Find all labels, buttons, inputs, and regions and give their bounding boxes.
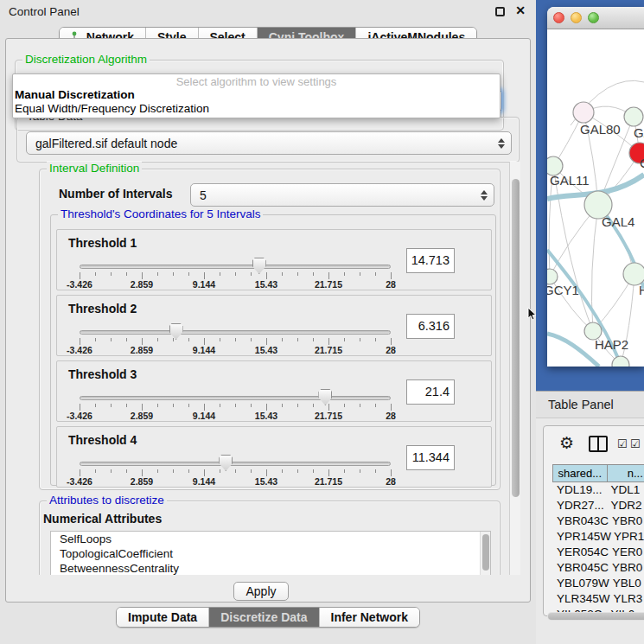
network-node[interactable] — [624, 107, 643, 126]
threshold-value-field[interactable]: 21.4 — [406, 379, 455, 405]
cell-name: YBL0 — [609, 576, 644, 591]
table-header-row: shared...n... — [552, 464, 644, 482]
threshold-value-field[interactable]: 6.316 — [406, 314, 455, 339]
panel-vertical-scrollbar[interactable] — [509, 162, 520, 575]
minimize-traffic-icon[interactable] — [571, 12, 582, 23]
number-of-intervals-value: 5 — [200, 188, 207, 202]
tick-label: 9.144 — [178, 279, 230, 290]
control-panel-titlebar: Control Panel ✕ — [0, 0, 536, 24]
table-row[interactable]: YDL19...YDL1 — [552, 482, 644, 498]
node-label: GAL11 — [550, 173, 590, 188]
tick-label: 21.715 — [303, 411, 354, 421]
node-label: H — [639, 283, 644, 297]
table-row[interactable]: YER054CYER0 — [552, 545, 644, 560]
slider-track[interactable] — [80, 265, 391, 269]
node-label: GCY1 — [547, 283, 579, 297]
gear-icon[interactable]: ⚙ — [559, 433, 574, 453]
popup-item[interactable]: Manual Discretization — [13, 88, 500, 102]
network-canvas[interactable]: GAL80GACGAL11GAL4GCY1HHAP2 — [547, 29, 644, 367]
cell-shared-name: YDL19... — [552, 482, 608, 498]
float-window-icon[interactable] — [495, 7, 505, 16]
combo-stepper-icon — [498, 138, 505, 149]
network-node[interactable] — [612, 356, 629, 367]
attribute-list-item[interactable]: TopologicalCoefficient — [51, 546, 490, 561]
threshold-value-field[interactable]: 11.344 — [406, 445, 455, 470]
attribute-list-item[interactable]: BetweennessCentrality — [51, 561, 490, 575]
cell-shared-name: YLR345W — [552, 591, 610, 607]
settings-scroll-viewport: Interval Definition Number of Intervals … — [10, 162, 507, 575]
tick-label: 9.144 — [178, 411, 230, 421]
node-label: GAL80 — [580, 122, 621, 137]
network-node[interactable] — [573, 102, 594, 123]
numerical-attributes-list[interactable]: SelfLoopsTopologicalCoefficientBetweenne… — [50, 531, 491, 575]
right-side: GAL80GACGAL11GAL4GCY1HHAP2 Table Panel ⚙… — [536, 0, 644, 644]
table-panel-body: ⚙ ☑ ☑ shared...n... YDL19...YDL1YDR27...… — [536, 418, 644, 644]
slider-track[interactable] — [80, 462, 391, 466]
zoom-traffic-icon[interactable] — [588, 12, 599, 23]
apply-button[interactable]: Apply — [233, 582, 289, 601]
threshold-value-field[interactable]: 14.713 — [406, 248, 455, 273]
cell-name: YDR2 — [608, 498, 644, 513]
table-row[interactable]: YBR043CYBR0 — [552, 513, 644, 529]
interval-definition-title: Interval Definition — [47, 162, 142, 175]
threshold-card: Threshold 4-3.4262.8599.14415.4321.71528… — [56, 426, 492, 488]
table-toolbar: ⚙ ☑ ☑ — [544, 431, 644, 457]
tab-discretize-data[interactable]: Discretize Data — [209, 608, 319, 627]
cell-name: YBR0 — [609, 560, 644, 576]
checkbox-icon[interactable]: ☑ — [617, 437, 628, 450]
attribute-list-item[interactable]: SelfLoops — [51, 532, 490, 546]
bottom-tab-bar: Impute DataDiscretize DataInfer Network — [0, 607, 536, 628]
table-row[interactable]: YDR27...YDR2 — [552, 498, 644, 513]
threshold-card: Threshold 1-3.4262.8599.14415.4321.71528… — [56, 229, 492, 290]
node-label: C — [640, 156, 644, 170]
network-edge[interactable] — [553, 166, 593, 331]
table-data-combobox[interactable]: galFiltered.sif default node — [26, 131, 512, 155]
cell-shared-name: YPR145W — [552, 529, 610, 545]
network-window-titlebar[interactable] — [547, 7, 644, 29]
popup-hint-text: Select algorithm to view settings — [13, 75, 500, 88]
number-of-intervals-combobox[interactable]: 5 — [190, 183, 494, 207]
tick-label: 21.715 — [303, 345, 354, 355]
tab-label: Infer Network — [331, 610, 408, 624]
attributes-scrollbar[interactable] — [480, 532, 490, 575]
column-header[interactable]: n... — [608, 465, 644, 481]
tick-label: 28 — [365, 345, 417, 355]
slider-track[interactable] — [80, 330, 391, 335]
threshold-label: Threshold 1 — [68, 236, 137, 250]
numerical-attributes-label: Numerical Attributes — [43, 512, 162, 526]
tick-label: 15.43 — [240, 411, 292, 421]
cell-shared-name: YBL079W — [552, 576, 609, 591]
close-icon[interactable]: ✕ — [515, 3, 526, 17]
table-data-box: Table Data galFiltered.sif default node — [16, 117, 520, 163]
tick-label: 15.43 — [240, 345, 292, 355]
threshold-label: Threshold 4 — [68, 433, 137, 447]
tick-label: 9.144 — [178, 345, 230, 355]
node-label: GAL4 — [602, 214, 634, 229]
table-row[interactable]: YBR045CYBR0 — [552, 560, 644, 576]
desktop-background: GAL80GACGAL11GAL4GCY1HHAP2 — [536, 0, 644, 391]
table-data-value: galFiltered.sif default node — [35, 137, 177, 150]
tick-label: 21.715 — [303, 279, 354, 290]
cell-name: YDL1 — [608, 482, 644, 498]
cell-shared-name: YBR043C — [552, 513, 609, 529]
checkbox-icon[interactable]: ☑ — [630, 437, 641, 450]
tick-label: 28 — [365, 411, 417, 421]
network-view-window[interactable]: GAL80GACGAL11GAL4GCY1HHAP2 — [547, 7, 644, 367]
popup-item[interactable]: Equal Width/Frequency Discretization — [13, 102, 500, 116]
table-row[interactable]: YBL079WYBL0 — [552, 576, 644, 591]
tick-label: 21.715 — [303, 476, 354, 487]
tab-label: Discretize Data — [220, 610, 307, 624]
tab-infer-network[interactable]: Infer Network — [320, 608, 419, 627]
tick-label: -3.426 — [54, 279, 105, 290]
tab-impute-data[interactable]: Impute Data — [117, 608, 209, 627]
table-row[interactable]: YLR345WYLR3 — [552, 591, 644, 607]
close-traffic-icon[interactable] — [553, 12, 564, 23]
column-header[interactable]: shared... — [553, 465, 608, 481]
tab-label: Impute Data — [128, 610, 197, 624]
tick-label: 15.43 — [240, 279, 292, 290]
table-horizontal-scrollbar[interactable] — [547, 612, 644, 621]
cell-name: YPR1 — [610, 529, 644, 545]
split-columns-icon[interactable] — [589, 436, 608, 452]
table-row[interactable]: YPR145WYPR1 — [552, 529, 644, 545]
slider-track[interactable] — [80, 396, 391, 400]
